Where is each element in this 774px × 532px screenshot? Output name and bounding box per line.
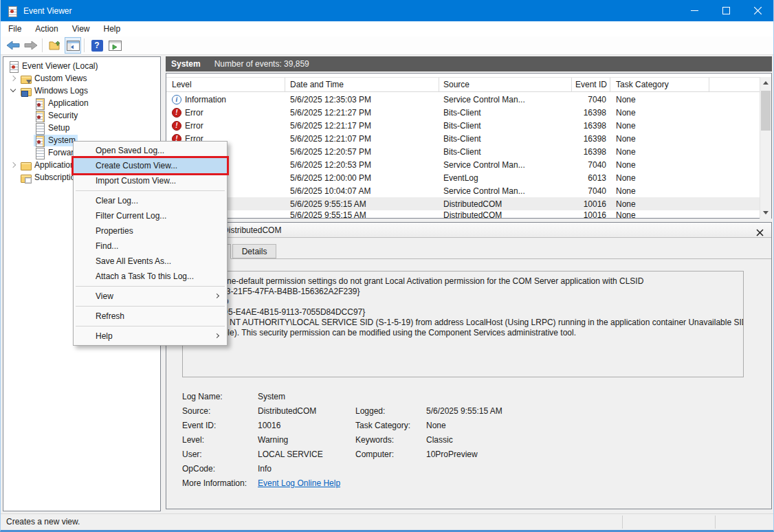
column-header-task-category[interactable]: Task Category (610, 78, 709, 91)
scroll-up-icon[interactable] (760, 77, 771, 88)
event-row[interactable]: Information 5/6/2025 10:04:07 AM Service… (166, 184, 760, 197)
field-value: Classic (426, 435, 453, 445)
context-menu-item-label: Properties (96, 226, 133, 236)
context-menu-item[interactable]: Refresh (74, 309, 227, 324)
event-task-category: None (610, 121, 709, 131)
context-menu-item-label: Find... (96, 241, 118, 251)
event-row[interactable]: Error 5/6/2025 12:21:27 PM Bits-Client 1… (166, 106, 760, 119)
event-row[interactable]: Information 5/6/2025 12:35:03 PM Service… (166, 93, 760, 106)
event-row[interactable]: Information 5/6/2025 12:20:53 PM Service… (166, 158, 760, 171)
vertical-scrollbar[interactable] (760, 77, 771, 219)
submenu-arrow-icon (214, 333, 219, 338)
tree-item[interactable]: Custom Views (3, 72, 160, 85)
maximize-button[interactable] (710, 0, 742, 21)
event-source: Bits-Client (439, 147, 572, 157)
preview-close-button[interactable] (756, 226, 764, 234)
open-saved-log-button[interactable] (47, 37, 63, 54)
field-label: Task Category: (355, 419, 426, 433)
tree-item[interactable]: Setup (3, 122, 160, 134)
event-datetime: 5/6/2025 12:00:00 PM (285, 173, 439, 183)
console-tree-icon (67, 41, 80, 51)
event-row[interactable]: Error 5/6/2025 12:21:17 PM Bits-Client 1… (166, 119, 760, 132)
tree-item-icon (34, 148, 45, 158)
field-value: None (426, 421, 446, 430)
toolbar: ? (1, 36, 773, 55)
event-log-online-help-link[interactable]: Event Log Online Help (258, 478, 340, 488)
event-description[interactable]: The machine-default permission settings … (182, 271, 744, 377)
context-menu-item[interactable]: Filter Current Log... (74, 208, 227, 223)
scroll-down-icon[interactable] (760, 208, 771, 219)
context-menu-item[interactable]: Find... (74, 239, 227, 254)
tree-expander-icon[interactable] (8, 159, 20, 171)
event-row[interactable]: Error 5/6/2025 12:21:07 PM Bits-Client 1… (166, 132, 760, 145)
tree-item-icon (8, 61, 19, 71)
event-datetime: 5/6/2025 10:04:07 AM (285, 186, 439, 196)
help-button[interactable]: ? (89, 37, 105, 54)
description-line: to the user NT AUTHORITY\LOCAL SERVICE S… (188, 318, 738, 328)
field-value: Info (258, 464, 272, 474)
event-row[interactable]: Error 5/6/2025 12:20:57 PM Bits-Client 1… (166, 145, 760, 158)
context-menu-item-label: Refresh (96, 311, 124, 321)
column-header-date[interactable]: Date and Time (285, 78, 439, 91)
field-row: OpCode:Info (182, 462, 340, 476)
field-label: Logged: (355, 404, 426, 419)
close-button[interactable] (742, 0, 773, 21)
context-menu-item[interactable]: Help (74, 329, 227, 344)
level-icon (172, 108, 181, 118)
context-menu-item[interactable]: Properties (74, 223, 227, 239)
context-menu-item[interactable]: View (74, 289, 227, 304)
tree-item-label: Application (48, 98, 89, 108)
tree-item[interactable]: Security (3, 109, 160, 122)
preview-tab[interactable]: Details (232, 244, 277, 258)
action-pane-toggle-button[interactable] (107, 37, 123, 54)
column-header-level[interactable]: Level (166, 78, 285, 91)
column-header-event-id[interactable]: Event ID (572, 78, 610, 91)
event-task-category: None (610, 108, 709, 118)
tree-item[interactable]: Event Viewer (Local) (3, 60, 160, 72)
console-tree-toggle-button[interactable] (65, 37, 81, 54)
event-source: Bits-Client (439, 134, 572, 144)
context-menu-item-label: View (96, 291, 113, 301)
context-menu-item-label: Attach a Task To this Log... (96, 271, 194, 281)
tree-item-icon (34, 98, 45, 109)
context-menu-item[interactable]: Save All Events As... (74, 254, 227, 269)
event-fields: Log Name:System Source:DistributedCOM Ev… (182, 390, 758, 509)
minimize-button[interactable] (678, 0, 710, 21)
navigate-forward-button[interactable] (23, 37, 39, 54)
tree-item[interactable]: Application (3, 97, 160, 109)
tree-item[interactable]: Windows Logs (3, 85, 160, 97)
context-menu-item[interactable]: Attach a Task To this Log... (74, 269, 227, 284)
field-row: Event ID:10016 (182, 419, 340, 433)
level-icon (172, 121, 181, 131)
context-menu-item[interactable]: Create Custom View... (74, 158, 227, 173)
event-source: Service Control Man... (439, 160, 572, 170)
tree-expander-icon[interactable] (8, 171, 20, 184)
event-source: DistributedCOM (439, 210, 572, 218)
tree-item-icon (21, 173, 32, 183)
tree-item-label: Event Viewer (Local) (22, 61, 98, 71)
event-row[interactable]: Warning 5/6/2025 9:55:15 AM DistributedC… (166, 197, 760, 210)
column-header-row: Level Date and Time Source Event ID Task… (166, 77, 760, 92)
tree-expander-icon[interactable] (8, 85, 20, 97)
back-arrow-icon (6, 41, 20, 50)
event-datetime: 5/6/2025 12:21:07 PM (285, 134, 439, 144)
event-id: 16398 (572, 134, 610, 144)
context-menu-item[interactable]: Import Custom View... (74, 173, 227, 188)
field-value: DistributedCOM (258, 406, 316, 416)
menu-bar-item[interactable]: File (2, 21, 27, 36)
menu-bar-item[interactable]: Help (98, 21, 127, 36)
menu-bar: File Action View Help (1, 21, 773, 36)
tree-expander-icon[interactable] (8, 72, 20, 85)
menu-bar-item[interactable]: Action (29, 21, 64, 36)
tree-item-icon (34, 135, 45, 146)
event-row[interactable]: Information 5/6/2025 12:00:00 PM EventLo… (166, 171, 760, 184)
context-menu-item-label: Open Saved Log... (96, 146, 164, 155)
navigate-back-button[interactable] (5, 37, 21, 54)
scrollbar-thumb[interactable] (761, 91, 771, 131)
context-menu-item[interactable]: Clear Log... (74, 193, 227, 208)
menu-bar-item[interactable]: View (66, 21, 96, 36)
column-header-source[interactable]: Source (439, 78, 572, 91)
event-row[interactable]: Warning 5/6/2025 9:55:15 AM DistributedC… (166, 210, 760, 218)
field-value: Warning (258, 435, 288, 445)
context-menu-item[interactable]: Open Saved Log... (74, 143, 227, 158)
